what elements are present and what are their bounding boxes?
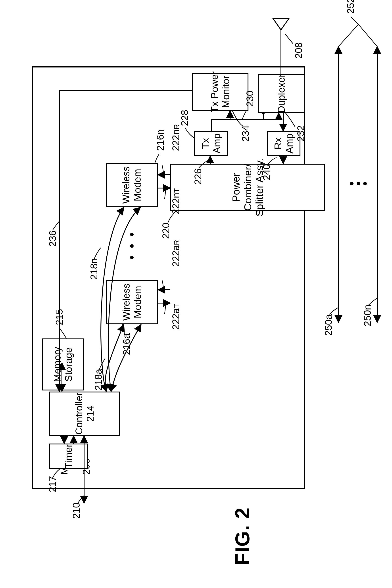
- ref-208: 208: [293, 42, 304, 58]
- svg-point-2: [363, 182, 367, 186]
- ref-210: 210: [71, 502, 82, 519]
- wires-svg: [0, 0, 392, 588]
- ref-216n: 216n: [155, 129, 166, 151]
- figure-caption: FIG. 2: [231, 507, 254, 565]
- ref-222nT: 222nT: [159, 188, 192, 225]
- ref-250n: 250n: [362, 304, 373, 326]
- ref-222aT: 222aT: [159, 304, 192, 341]
- ref-252: 252: [345, 0, 356, 14]
- ref-234: 234: [240, 126, 251, 142]
- ref-240: 240: [261, 164, 272, 180]
- ref-226: 226: [192, 168, 204, 185]
- ref-215: 215: [54, 309, 65, 325]
- ref-230: 230: [244, 91, 256, 107]
- diagram-canvas: MWT 206 Controller 214 Timer Memory Stor…: [0, 0, 392, 588]
- ref-218n: 218n: [88, 258, 100, 280]
- ref-217: 217: [47, 476, 58, 492]
- ref-218a: 218a: [93, 369, 104, 390]
- ref-228: 228: [179, 110, 190, 126]
- ref-222aR: 222aR: [159, 240, 192, 278]
- ref-216a: 216a: [121, 334, 132, 355]
- ref-236: 236: [47, 230, 58, 247]
- ref-250a: 250a: [323, 314, 334, 336]
- svg-point-0: [350, 182, 354, 186]
- svg-point-1: [356, 182, 360, 186]
- ref-232: 232: [295, 126, 306, 142]
